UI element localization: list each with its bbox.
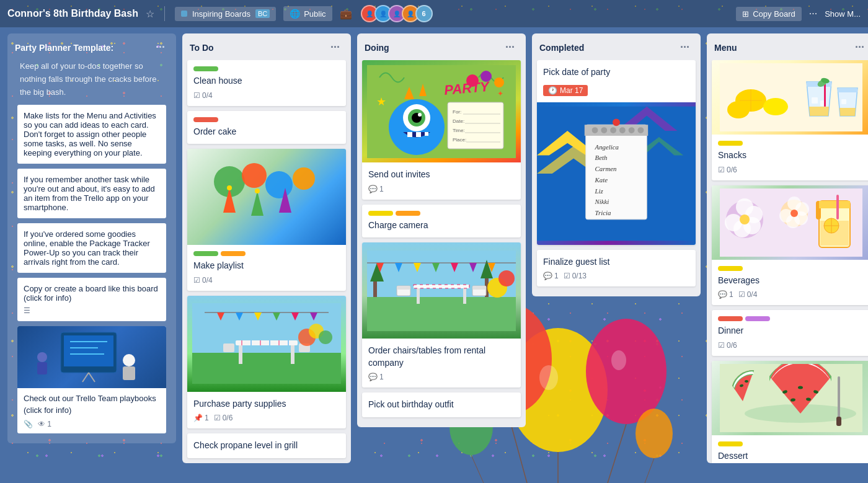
card-check-propane[interactable]: Check propane level in grill [187,433,346,458]
copy-board-label: Copy Board [753,9,795,19]
order-chairs-title: Order chairs/tables from rental company [368,345,515,369]
template-info-text-1: Make lists for the Menu and Activities s… [24,111,160,157]
comment-icon-3: 💬 [543,272,552,280]
show-menu-btn[interactable]: Show M... [825,9,861,19]
invites-image: For: Date: Time: Place: PARTY ★ ✦ [362,60,521,162]
todo-column-content: Clean house ☑ 0/4 Order cake [182,60,351,463]
invites-comment: 💬 1 [368,185,384,193]
check-icon-7: ☑ [718,341,725,350]
card-beverages[interactable]: Beverages 💬 1 ☑ 0/4 [712,185,868,306]
avatar-count[interactable]: 6 [415,5,433,22]
clean-house-meta: ☑ 0/4 [193,91,340,100]
check-icon-3: ☑ [214,414,221,422]
header-right: ⊞ Copy Board ··· Show M... [736,7,861,21]
svg-rect-24 [291,345,294,364]
card-dessert[interactable]: Dessert 💬 1 ☑ 0/3 [712,361,868,463]
svg-rect-50 [416,132,421,137]
board-info[interactable]: Inspiring Boards BC [175,7,276,21]
board-title: Connor's 8th Birthday Bash [7,8,138,19]
board-dot [181,11,187,17]
dinner-labels [718,316,864,321]
svg-rect-147 [836,195,839,219]
todo-column-title: To Do [190,43,214,53]
card-dinner[interactable]: Dinner ☑ 0/6 [712,310,868,356]
paperclip-icon: 📎 [24,420,33,428]
invites-meta: 💬 1 [368,185,515,193]
dessert-labels [718,441,864,446]
template-column-menu[interactable]: ··· [152,40,169,55]
card-snacks[interactable]: Snacks ☑ 0/6 [712,60,868,180]
star-icon[interactable]: ☆ [146,8,154,20]
svg-rect-10 [123,366,135,380]
doing-column-menu[interactable]: ··· [502,40,518,55]
svg-text:Time:: Time: [453,128,465,133]
svg-rect-145 [819,201,850,208]
make-playlist-title: Make playlist [193,260,340,272]
board: Party Planner Template: ··· Keep all of … [0,27,868,483]
check-icon-2: ☑ [193,276,200,285]
label-orange-2 [396,211,420,216]
template-info-card-2[interactable]: If you remember another task while you'r… [17,169,166,218]
visibility-btn[interactable]: 🌐 Public [283,6,332,21]
svg-text:Angelica: Angelica [595,143,619,150]
board-code: BC [255,9,270,18]
completed-column-content: Pick date of party 🕐 Mar 17 [532,60,701,296]
template-image-card[interactable]: Check out our Trello Team playbooks (cli… [17,326,166,433]
template-column-header: Party Planner Template: ··· [7,33,176,60]
svg-text:Place:: Place: [453,137,466,143]
svg-text:Tricia: Tricia [595,209,611,216]
card-make-playlist[interactable]: Make playlist ☑ 0/4 [187,149,346,291]
check-icon: ☑ [193,91,200,100]
doing-column-header: Doing ··· [357,33,526,60]
check-icon-5: ☑ [718,166,725,174]
dessert-image [712,361,868,435]
copy-icon: ⊞ [742,9,749,19]
supplies-image [187,296,346,392]
todo-column-menu[interactable]: ··· [327,40,343,55]
card-purchase-supplies[interactable]: Purchase party supplies 📌 1 ☑ 0/6 [187,296,346,429]
trello-svg [24,329,160,385]
chairs-image [362,242,521,339]
chairs-svg [367,250,516,331]
charge-camera-title: Charge camera [368,219,515,232]
beverages-svg [720,188,862,257]
globe-icon: 🌐 [290,9,300,19]
todo-column-header: To Do ··· [182,33,351,60]
svg-rect-76 [417,288,420,304]
card-birthday-outfit[interactable]: Pick out birthday outfit [362,392,521,417]
purchase-supplies-title: Purchase party supplies [193,398,340,410]
svg-point-142 [790,210,798,217]
card-pick-date[interactable]: Pick date of party 🕐 Mar 17 [537,60,696,245]
beverages-title: Beverages [718,275,864,287]
guestlist-image-container: Angelica Beth Carmen Kate Liz Nikki Tric… [537,102,696,245]
card-charge-camera[interactable]: Charge camera [362,205,521,238]
beverages-comment: 💬 1 [718,290,733,299]
header: Connor's 8th Birthday Bash ☆ Inspiring B… [0,0,868,27]
svg-point-7 [37,352,47,362]
card-finalize-guestlist[interactable]: Finalize guest list 💬 1 ☑ 0/13 [537,250,696,287]
card-order-chairs[interactable]: Order chairs/tables from rental company … [362,242,521,388]
template-info-card-1[interactable]: Make lists for the Menu and Activities s… [17,105,166,164]
menu-column-menu[interactable]: ··· [851,40,868,55]
card-send-invites[interactable]: For: Date: Time: Place: PARTY ★ ✦ [362,60,521,200]
svg-point-103 [619,127,626,133]
template-card-bottom: Check out our Trello Team playbooks (cli… [17,388,166,433]
guestlist-svg: Angelica Beth Carmen Kate Liz Nikki Tric… [537,105,696,242]
template-watch-count: 👁 1 [38,420,51,428]
card-clean-house[interactable]: Clean house ☑ 0/4 [187,60,346,106]
completed-column-title: Completed [539,43,584,53]
template-column-title: Party Planner Template: [15,43,113,53]
svg-point-19 [255,188,260,193]
template-info-card-3[interactable]: If you've ordered some goodies online, e… [17,223,166,273]
svg-text:★: ★ [376,95,386,108]
dessert-svg [720,364,862,432]
template-info-card-4[interactable]: Copy or create a board like this board (… [17,278,166,321]
svg-rect-82 [472,286,486,290]
svg-rect-1 [64,335,113,366]
dinner-checklist: ☑ 0/6 [718,341,737,350]
card-order-cake[interactable]: Order cake [187,111,346,144]
copy-board-btn[interactable]: ⊞ Copy Board [736,7,802,21]
svg-rect-75 [414,285,469,288]
completed-column-menu[interactable]: ··· [676,40,693,55]
guestlist-checklist: ☑ 0/13 [564,272,587,280]
